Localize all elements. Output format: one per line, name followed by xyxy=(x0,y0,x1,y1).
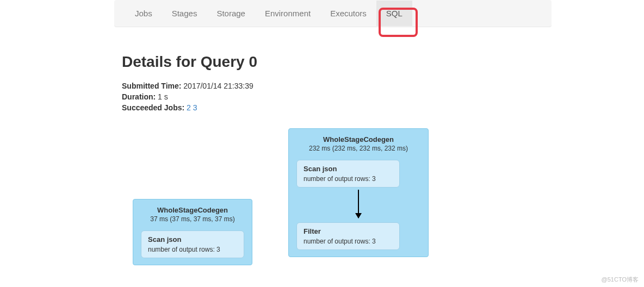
duration-value: 1 s xyxy=(158,92,168,101)
op-title: Scan json xyxy=(304,165,393,173)
page-title: Details for Query 0 xyxy=(122,53,644,71)
op-detail: number of output rows: 3 xyxy=(148,246,237,253)
stage-subtitle: 37 ms (37 ms, 37 ms, 37 ms) xyxy=(141,215,244,223)
stage-title: WholeStageCodegen xyxy=(296,135,420,144)
stage-title: WholeStageCodegen xyxy=(141,206,244,214)
submitted-time-label: Submitted Time: xyxy=(122,82,181,90)
succeeded-jobs-label: Succeeded Jobs: xyxy=(122,103,184,112)
stage-box-0[interactable]: WholeStageCodegen 37 ms (37 ms, 37 ms, 3… xyxy=(133,199,252,265)
succeeded-jobs-line: Succeeded Jobs: 2 3 xyxy=(122,103,644,112)
op-detail: number of output rows: 3 xyxy=(304,175,393,183)
nav-tab-environment[interactable]: Environment xyxy=(255,1,320,26)
nav-tab-executors[interactable]: Executors xyxy=(320,1,376,26)
succeeded-job-link-0[interactable]: 2 xyxy=(187,103,191,112)
watermark-text: @51CTO博客 xyxy=(602,276,639,284)
duration-label: Duration: xyxy=(122,92,156,101)
op-box-scan-json[interactable]: Scan json number of output rows: 3 xyxy=(141,230,244,258)
op-title: Scan json xyxy=(148,235,237,244)
submitted-time-line: Submitted Time: 2017/01/14 21:33:39 xyxy=(122,82,644,90)
stage-box-1[interactable]: WholeStageCodegen 232 ms (232 ms, 232 ms… xyxy=(288,128,429,257)
stage-subtitle: 232 ms (232 ms, 232 ms, 232 ms) xyxy=(296,145,420,152)
op-box-scan-json[interactable]: Scan json number of output rows: 3 xyxy=(296,160,400,188)
dag-arrow-icon xyxy=(358,190,359,218)
submitted-time-value: 2017/01/14 21:33:39 xyxy=(183,82,253,90)
op-box-filter[interactable]: Filter number of output rows: 3 xyxy=(296,222,400,250)
nav-tab-jobs[interactable]: Jobs xyxy=(125,1,162,26)
nav-tab-storage[interactable]: Storage xyxy=(207,1,255,26)
main-navbar: Jobs Stages Storage Environment Executor… xyxy=(114,0,552,27)
query-dag-canvas[interactable]: WholeStageCodegen 37 ms (37 ms, 37 ms, 3… xyxy=(122,128,644,287)
nav-tab-stages[interactable]: Stages xyxy=(162,1,207,26)
succeeded-job-link-1[interactable]: 3 xyxy=(193,103,197,112)
nav-tab-sql[interactable]: SQL xyxy=(376,1,412,26)
page-content: Details for Query 0 Submitted Time: 2017… xyxy=(122,53,644,287)
op-detail: number of output rows: 3 xyxy=(304,238,393,245)
duration-line: Duration: 1 s xyxy=(122,92,644,101)
op-title: Filter xyxy=(304,227,393,235)
